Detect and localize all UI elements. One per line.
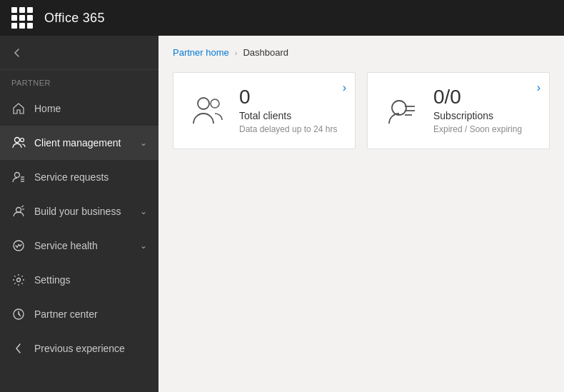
- subscriptions-number: 0/0: [433, 87, 522, 107]
- build-business-icon: [11, 204, 26, 218]
- svg-point-0: [15, 138, 20, 143]
- sidebar-item-client-management-label: Client management: [34, 137, 131, 149]
- sidebar-item-partner-center[interactable]: Partner center: [0, 297, 158, 331]
- svg-line-7: [21, 206, 24, 207]
- subscriptions-icon: [385, 94, 419, 128]
- sidebar: Partner Home Client management ⌄: [0, 36, 158, 392]
- svg-point-12: [392, 101, 406, 115]
- subscriptions-label: Subscriptions: [433, 110, 522, 121]
- subscriptions-chevron-icon: ›: [537, 81, 540, 94]
- content-area: Partner home › Dashboard 0 Total cli: [158, 36, 564, 392]
- sidebar-item-previous-experience[interactable]: Previous experience: [0, 331, 158, 366]
- sidebar-item-previous-experience-label: Previous experience: [34, 343, 147, 354]
- dashboard-cards: 0 Total clients Data delayed up to 24 hr…: [158, 66, 564, 164]
- service-health-chevron-icon: ⌄: [140, 241, 147, 251]
- sidebar-item-build-business-label: Build your business: [34, 206, 131, 217]
- sidebar-section-label: Partner: [0, 70, 158, 91]
- svg-point-1: [21, 139, 24, 142]
- total-clients-icon: [191, 94, 225, 128]
- sidebar-item-client-management[interactable]: Client management ⌄: [0, 126, 158, 160]
- sidebar-collapse-button[interactable]: [0, 36, 158, 70]
- sidebar-item-partner-center-label: Partner center: [34, 308, 147, 320]
- sidebar-item-service-health-label: Service health: [34, 240, 131, 251]
- client-management-chevron-icon: ⌄: [140, 138, 147, 148]
- build-business-chevron-icon: ⌄: [140, 206, 147, 216]
- service-requests-icon: [11, 170, 26, 184]
- sidebar-item-service-health[interactable]: Service health ⌄: [0, 228, 158, 263]
- sidebar-item-build-business[interactable]: Build your business ⌄: [0, 194, 158, 228]
- breadcrumb-current: Dashboard: [243, 47, 288, 58]
- previous-experience-icon: [11, 341, 26, 356]
- subscriptions-card[interactable]: 0/0 Subscriptions Expired / Soon expirin…: [367, 72, 550, 149]
- partner-center-icon: [11, 307, 26, 321]
- subscriptions-sublabel: Expired / Soon expiring: [433, 124, 522, 134]
- home-icon: [11, 101, 26, 116]
- settings-icon: [11, 273, 26, 287]
- topbar: Office 365: [0, 0, 564, 36]
- sidebar-item-settings[interactable]: Settings: [0, 263, 158, 297]
- sidebar-item-service-requests-label: Service requests: [34, 171, 147, 183]
- breadcrumb-separator: ›: [235, 49, 238, 57]
- sidebar-item-home[interactable]: Home: [0, 91, 158, 126]
- total-clients-info: 0 Total clients Data delayed up to 24 hr…: [239, 87, 337, 134]
- sidebar-item-service-requests[interactable]: Service requests: [0, 160, 158, 194]
- service-health-icon: [11, 238, 26, 253]
- main-layout: Partner Home Client management ⌄: [0, 36, 564, 392]
- app-title: Office 365: [44, 11, 105, 26]
- subscriptions-info: 0/0 Subscriptions Expired / Soon expirin…: [433, 87, 522, 134]
- svg-point-11: [211, 99, 219, 108]
- svg-point-2: [15, 173, 20, 178]
- svg-point-9: [17, 278, 21, 282]
- breadcrumb-parent-link[interactable]: Partner home: [173, 47, 229, 58]
- sidebar-item-settings-label: Settings: [34, 274, 147, 286]
- client-management-icon: [11, 136, 26, 150]
- sidebar-item-home-label: Home: [34, 103, 147, 114]
- waffle-button[interactable]: [11, 7, 33, 29]
- breadcrumb: Partner home › Dashboard: [158, 36, 564, 66]
- total-clients-chevron-icon: ›: [343, 81, 346, 94]
- svg-point-10: [198, 98, 209, 109]
- total-clients-label: Total clients: [239, 110, 337, 121]
- total-clients-sublabel: Data delayed up to 24 hrs: [239, 124, 337, 134]
- total-clients-number: 0: [239, 87, 337, 107]
- total-clients-card[interactable]: 0 Total clients Data delayed up to 24 hr…: [173, 72, 356, 149]
